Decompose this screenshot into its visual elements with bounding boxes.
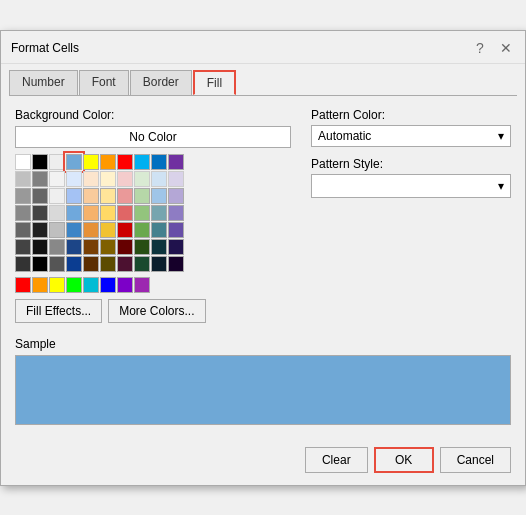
color-cell[interactable] <box>66 222 82 238</box>
title-icons: ? ✕ <box>469 37 517 59</box>
color-cell[interactable] <box>100 239 116 255</box>
ok-button[interactable]: OK <box>374 447 434 473</box>
tab-border[interactable]: Border <box>130 70 192 95</box>
color-cell[interactable] <box>32 239 48 255</box>
color-cell[interactable] <box>117 277 133 293</box>
color-cell[interactable] <box>151 188 167 204</box>
color-cell[interactable] <box>134 256 150 272</box>
color-cell[interactable] <box>32 154 48 170</box>
color-cell[interactable] <box>151 171 167 187</box>
color-cell[interactable] <box>15 256 31 272</box>
color-cell[interactable] <box>168 171 184 187</box>
pattern-style-select[interactable]: ▾ <box>311 174 511 198</box>
sample-preview <box>15 355 511 425</box>
color-cell[interactable] <box>32 171 48 187</box>
color-cell[interactable] <box>117 154 133 170</box>
color-cell[interactable] <box>32 256 48 272</box>
close-icon-btn[interactable]: ✕ <box>495 37 517 59</box>
color-cell[interactable] <box>66 205 82 221</box>
color-cell[interactable] <box>83 256 99 272</box>
color-cell[interactable] <box>66 239 82 255</box>
color-cell[interactable] <box>134 277 150 293</box>
color-cell[interactable] <box>168 205 184 221</box>
color-cell[interactable] <box>83 205 99 221</box>
pattern-color-select[interactable]: Automatic ▾ <box>311 125 511 147</box>
color-cell[interactable] <box>100 256 116 272</box>
color-cell[interactable] <box>168 256 184 272</box>
color-cell[interactable] <box>100 222 116 238</box>
color-cell[interactable] <box>83 171 99 187</box>
more-colors-button[interactable]: More Colors... <box>108 299 205 323</box>
color-cell[interactable] <box>15 154 31 170</box>
color-cell[interactable] <box>117 205 133 221</box>
color-cell[interactable] <box>134 239 150 255</box>
tab-fill[interactable]: Fill <box>193 70 236 95</box>
color-cell[interactable] <box>32 222 48 238</box>
fill-action-buttons: Fill Effects... More Colors... <box>15 299 291 323</box>
color-cell[interactable] <box>83 222 99 238</box>
color-cell[interactable] <box>15 188 31 204</box>
color-cell[interactable] <box>117 256 133 272</box>
color-cell[interactable] <box>49 154 65 170</box>
tab-font[interactable]: Font <box>79 70 129 95</box>
color-cell[interactable] <box>66 277 82 293</box>
color-cell[interactable] <box>117 171 133 187</box>
color-cell[interactable] <box>134 205 150 221</box>
color-cell[interactable] <box>134 171 150 187</box>
color-cell[interactable] <box>49 188 65 204</box>
color-cell[interactable] <box>83 239 99 255</box>
color-cell-selected[interactable] <box>66 154 82 170</box>
color-cell[interactable] <box>100 188 116 204</box>
color-cell[interactable] <box>49 256 65 272</box>
color-row-basic <box>15 154 291 170</box>
color-cell[interactable] <box>100 205 116 221</box>
color-row <box>15 256 291 272</box>
color-cell[interactable] <box>100 171 116 187</box>
color-cell[interactable] <box>49 277 65 293</box>
color-cell[interactable] <box>151 205 167 221</box>
color-cell[interactable] <box>117 222 133 238</box>
color-cell[interactable] <box>134 154 150 170</box>
color-cell[interactable] <box>15 239 31 255</box>
no-color-button[interactable]: No Color <box>15 126 291 148</box>
fill-effects-button[interactable]: Fill Effects... <box>15 299 102 323</box>
color-cell[interactable] <box>168 188 184 204</box>
color-cell[interactable] <box>49 205 65 221</box>
format-cells-dialog: Format Cells ? ✕ Number Font Border Fill… <box>0 30 526 486</box>
color-cell[interactable] <box>66 171 82 187</box>
color-cell[interactable] <box>100 277 116 293</box>
color-cell[interactable] <box>15 277 31 293</box>
help-icon-btn[interactable]: ? <box>469 37 491 59</box>
color-cell[interactable] <box>117 188 133 204</box>
color-cell[interactable] <box>151 154 167 170</box>
color-cell[interactable] <box>32 277 48 293</box>
color-cell[interactable] <box>15 205 31 221</box>
fill-content: Background Color: No Color <box>1 96 525 437</box>
color-cell[interactable] <box>49 222 65 238</box>
cancel-button[interactable]: Cancel <box>440 447 511 473</box>
color-cell[interactable] <box>66 256 82 272</box>
color-cell[interactable] <box>83 277 99 293</box>
color-cell[interactable] <box>83 188 99 204</box>
color-cell[interactable] <box>15 222 31 238</box>
color-cell[interactable] <box>49 171 65 187</box>
color-cell[interactable] <box>32 205 48 221</box>
color-cell[interactable] <box>49 239 65 255</box>
color-cell[interactable] <box>134 222 150 238</box>
color-cell[interactable] <box>66 188 82 204</box>
color-cell[interactable] <box>83 154 99 170</box>
color-cell[interactable] <box>151 256 167 272</box>
color-cell[interactable] <box>168 239 184 255</box>
color-cell[interactable] <box>151 222 167 238</box>
color-cell[interactable] <box>168 154 184 170</box>
color-row <box>15 171 291 187</box>
color-cell[interactable] <box>100 154 116 170</box>
color-cell[interactable] <box>134 188 150 204</box>
color-cell[interactable] <box>117 239 133 255</box>
tab-number[interactable]: Number <box>9 70 78 95</box>
color-cell[interactable] <box>32 188 48 204</box>
clear-button[interactable]: Clear <box>305 447 368 473</box>
color-cell[interactable] <box>151 239 167 255</box>
color-cell[interactable] <box>15 171 31 187</box>
color-cell[interactable] <box>168 222 184 238</box>
